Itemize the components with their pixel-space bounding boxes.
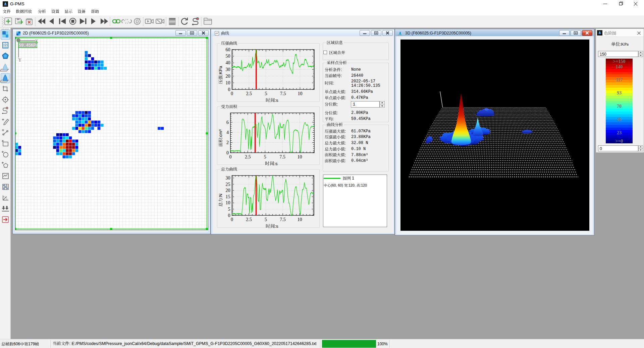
svg-text:2.5: 2.5 — [246, 91, 252, 96]
svg-text:10: 10 — [226, 80, 230, 85]
svg-text:5: 5 — [228, 207, 230, 212]
svg-text:30: 30 — [226, 176, 230, 181]
svg-text:7.5: 7.5 — [279, 154, 285, 159]
svg-text:10: 10 — [298, 91, 302, 96]
svg-text:0: 0 — [228, 87, 230, 92]
svg-text:Y: Y — [18, 58, 21, 63]
svg-text:15: 15 — [226, 194, 230, 199]
svg-text:50: 50 — [226, 54, 230, 59]
svg-text:10: 10 — [298, 217, 302, 222]
svg-text:30: 30 — [226, 67, 230, 72]
svg-text:5: 5 — [264, 154, 266, 159]
svg-text:20: 20 — [226, 188, 230, 193]
svg-text:2.5: 2.5 — [246, 217, 252, 222]
svg-text:0: 0 — [231, 91, 233, 96]
svg-text:60: 60 — [226, 47, 230, 52]
svg-text:59.45KPa: 59.45KPa — [19, 43, 38, 48]
svg-text:2: 2 — [226, 140, 229, 145]
svg-text:40: 40 — [226, 60, 230, 65]
svg-text:0: 0 — [231, 217, 233, 222]
svg-text:7.5: 7.5 — [280, 217, 286, 222]
svg-text:4: 4 — [226, 130, 229, 135]
svg-text:10: 10 — [298, 154, 302, 159]
svg-text:2.5: 2.5 — [245, 154, 251, 159]
svg-text:0: 0 — [226, 150, 229, 155]
svg-text:20: 20 — [226, 74, 230, 79]
svg-text:25: 25 — [226, 182, 230, 187]
svg-text:5: 5 — [265, 217, 267, 222]
svg-text:7.5: 7.5 — [280, 91, 286, 96]
svg-text:0: 0 — [229, 154, 232, 159]
svg-text:6: 6 — [226, 120, 229, 125]
svg-text:0: 0 — [228, 213, 230, 218]
svg-text:10: 10 — [226, 200, 230, 205]
svg-text:5: 5 — [265, 91, 267, 96]
